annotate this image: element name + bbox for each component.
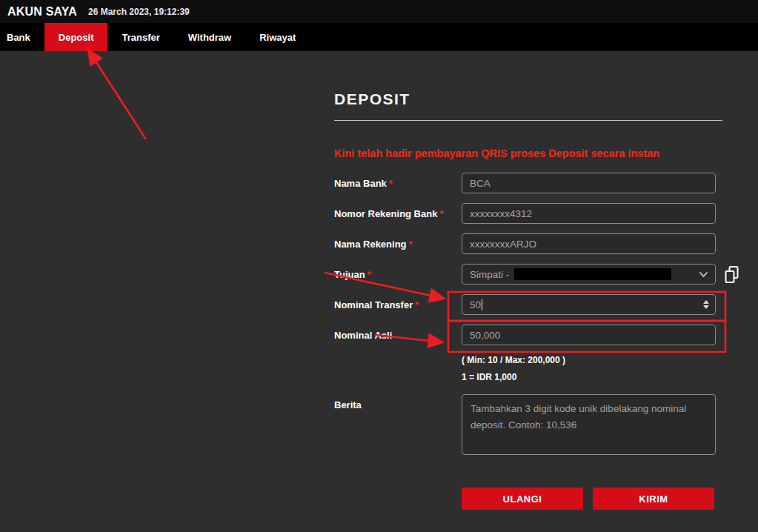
tujuan-selected-value: Simpati - (470, 269, 509, 280)
required-mark: * (368, 269, 371, 280)
nominal-transfer-label: Nominal Transfer* (334, 294, 462, 315)
nama-bank-label-text: Nama Bank (334, 178, 387, 189)
nama-bank-value: BCA (470, 178, 491, 189)
spinner-down-icon[interactable] (703, 305, 709, 309)
tab-bank[interactable]: Bank (0, 23, 44, 51)
spinner-up-icon[interactable] (703, 300, 709, 304)
top-bar: AKUN SAYA 26 March 2023, 19:12:39 (0, 0, 758, 23)
nominal-transfer-label-text: Nominal Transfer (334, 299, 413, 310)
tab-deposit[interactable]: Deposit (44, 23, 108, 51)
text-caret (482, 299, 482, 310)
tujuan-label: Tujuan* (334, 264, 462, 285)
chevron-down-icon (699, 271, 708, 278)
number-spinner (703, 300, 709, 309)
nama-rekening-value: xxxxxxxxARJO (470, 239, 536, 250)
ulangi-button[interactable]: ULANGI (462, 488, 583, 510)
field-row-nama-rekening: Nama Rekening* xxxxxxxxARJO (334, 233, 722, 254)
annotation-arrow-deposit-tab (88, 50, 146, 139)
nomor-rekening-label-text: Nomor Rekening Bank (334, 208, 437, 219)
nomor-rekening-label: Nomor Rekening Bank* (334, 203, 462, 224)
nama-rekening-label-text: Nama Rekening (334, 239, 407, 250)
rate-note: 1 = IDR 1,000 (462, 372, 722, 382)
qris-notice: Kini telah hadir pembayaran QRIS proses … (334, 147, 722, 159)
nomor-rekening-value: xxxxxxxx4312 (470, 208, 532, 219)
page-title: DEPOSIT (334, 90, 722, 121)
berita-label-text: Berita (334, 399, 362, 410)
required-mark: * (439, 208, 443, 219)
field-row-nominal-transfer: Nominal Transfer* 50 (334, 294, 722, 315)
deposit-form: DEPOSIT Kini telah hadir pembayaran QRIS… (334, 90, 722, 510)
nominal-transfer-input[interactable]: 50 (462, 294, 716, 315)
copy-icon[interactable] (724, 265, 740, 285)
tab-withdraw[interactable]: Withdraw (174, 23, 245, 51)
nominal-asli-input[interactable]: 50,000 (462, 325, 716, 345)
tab-transfer[interactable]: Transfer (107, 23, 173, 51)
field-row-nominal-asli: Nominal Asli 50,000 (334, 325, 722, 345)
nama-rekening-label: Nama Rekening* (334, 233, 462, 254)
min-max-note: ( Min: 10 / Max: 200,000 ) (462, 355, 722, 365)
form-buttons: ULANGI KIRIM (462, 488, 722, 510)
nominal-asli-label-text: Nominal Asli (334, 330, 392, 341)
tab-riwayat[interactable]: Riwayat (245, 23, 310, 51)
field-row-berita: Berita Tambahkan 3 digit kode unik dibel… (334, 394, 722, 455)
nama-bank-input[interactable]: BCA (462, 173, 716, 193)
required-mark: * (409, 239, 413, 250)
nomor-rekening-input[interactable]: xxxxxxxx4312 (462, 203, 716, 224)
nama-rekening-input[interactable]: xxxxxxxxARJO (462, 233, 716, 254)
kirim-button[interactable]: KIRIM (593, 488, 714, 510)
required-mark: * (415, 299, 419, 310)
berita-textarea[interactable]: Tambahkan 3 digit kode unik dibelakang n… (462, 394, 716, 455)
main-nav: Bank Deposit Transfer Withdraw Riwayat (0, 23, 758, 51)
nominal-asli-value: 50,000 (470, 330, 500, 341)
berita-label: Berita (334, 394, 462, 455)
nominal-asli-label: Nominal Asli (334, 325, 462, 345)
nama-bank-label: Nama Bank* (334, 173, 462, 193)
tujuan-label-text: Tujuan (334, 269, 365, 280)
current-datetime: 26 March 2023, 19:12:39 (88, 6, 190, 17)
field-row-tujuan: Tujuan* Simpati - (334, 264, 722, 285)
nominal-transfer-value: 50 (470, 299, 481, 310)
required-mark: * (389, 178, 393, 189)
brand-title: AKUN SAYA (7, 5, 77, 19)
field-row-nama-bank: Nama Bank* BCA (334, 173, 722, 193)
field-row-nomor-rekening: Nomor Rekening Bank* xxxxxxxx4312 (334, 203, 722, 224)
tujuan-select[interactable]: Simpati - (462, 264, 716, 285)
redacted-value-bar (514, 268, 671, 280)
